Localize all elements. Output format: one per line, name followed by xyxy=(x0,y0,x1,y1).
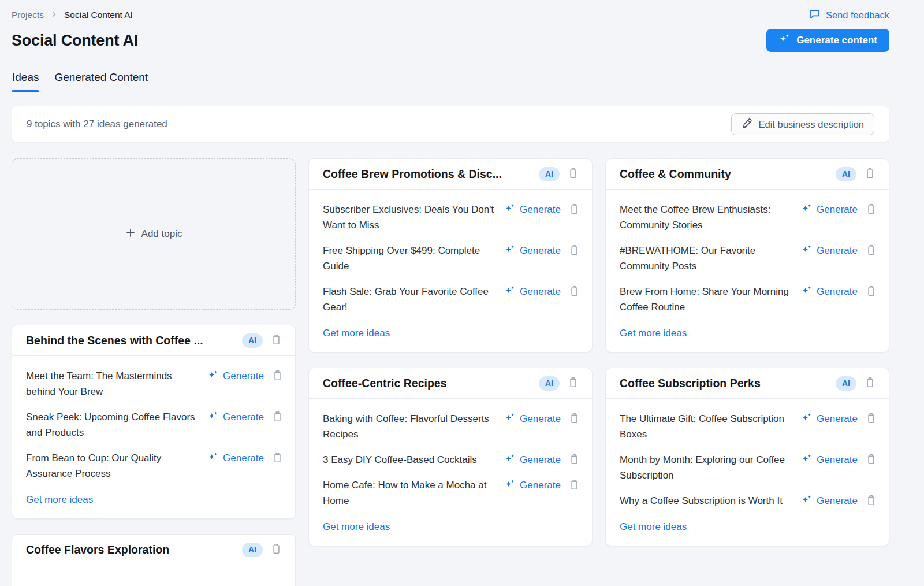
tab-generated-content[interactable]: Generated Content xyxy=(54,71,148,92)
generate-idea-link[interactable]: Generate xyxy=(801,244,858,258)
idea-text: Baking with Coffee: Flavorful Desserts R… xyxy=(323,411,504,442)
delete-idea-button[interactable] xyxy=(865,202,877,217)
generate-label: Generate xyxy=(520,480,561,491)
trash-icon xyxy=(569,454,579,466)
delete-idea-button[interactable] xyxy=(865,411,877,426)
topic-title: Coffee Brew Promotions & Disc... xyxy=(323,168,531,181)
generate-idea-link[interactable]: Generate xyxy=(504,453,561,468)
delete-idea-button[interactable] xyxy=(865,284,877,299)
delete-idea-button[interactable] xyxy=(865,243,877,258)
delete-idea-button[interactable] xyxy=(271,369,284,384)
generate-idea-link[interactable]: Generate xyxy=(504,244,561,258)
trash-icon xyxy=(569,413,579,425)
get-more-ideas-link[interactable]: Get more ideas xyxy=(323,328,390,339)
idea-text: Month by Month: Exploring our Coffee Sub… xyxy=(620,452,801,483)
delete-topic-button[interactable] xyxy=(270,333,282,348)
idea-row: Brew From Home: Share Your Morning Coffe… xyxy=(620,284,877,315)
sparkles-icon xyxy=(504,479,516,493)
topic-card-coffee-flavors-exploration: Coffee Flavors Exploration AI xyxy=(12,534,296,586)
delete-topic-button[interactable] xyxy=(864,166,876,181)
send-feedback-link[interactable]: Send feedback xyxy=(809,8,889,22)
sparkles-icon xyxy=(207,369,219,384)
generate-content-label: Generate content xyxy=(796,35,877,46)
topic-card-coffee-subscription-perks: Coffee Subscription Perks AI The Ultimat… xyxy=(605,368,889,546)
topics-column-1: Add topic Behind the Scenes with Coffee … xyxy=(12,158,296,586)
generate-label: Generate xyxy=(817,245,858,257)
idea-row: 3 Easy DIY Coffee-Based Cocktails Genera… xyxy=(323,452,580,468)
delete-topic-button[interactable] xyxy=(567,376,579,391)
ai-badge: AI xyxy=(539,167,560,181)
page-title: Social Content AI xyxy=(12,32,138,50)
delete-idea-button[interactable] xyxy=(865,494,877,509)
trash-icon xyxy=(273,452,282,465)
add-topic-button[interactable]: Add topic xyxy=(12,158,296,310)
topics-column-3: Coffee & Community AI Meet the Coffee Br… xyxy=(605,158,889,546)
delete-idea-button[interactable] xyxy=(271,410,284,425)
generate-idea-link[interactable]: Generate xyxy=(207,369,264,384)
delete-idea-button[interactable] xyxy=(568,202,580,217)
delete-topic-button[interactable] xyxy=(270,542,282,557)
delete-idea-button[interactable] xyxy=(568,411,580,426)
generate-label: Generate xyxy=(520,204,561,216)
generate-idea-link[interactable]: Generate xyxy=(207,410,264,425)
generate-idea-link[interactable]: Generate xyxy=(504,203,561,217)
trash-icon xyxy=(866,203,876,216)
topics-grid: Add topic Behind the Scenes with Coffee … xyxy=(12,158,889,586)
trash-icon xyxy=(273,370,282,383)
get-more-ideas-link[interactable]: Get more ideas xyxy=(26,494,93,506)
title-row: Social Content AI Generate content xyxy=(0,22,924,52)
delete-idea-button[interactable] xyxy=(568,243,580,258)
delete-idea-button[interactable] xyxy=(865,453,877,468)
edit-business-description-button[interactable]: Edit business description xyxy=(731,113,874,135)
idea-text: The Ultimate Gift: Coffee Subscription B… xyxy=(620,411,801,442)
breadcrumb-projects-link[interactable]: Projects xyxy=(12,10,44,20)
tab-ideas[interactable]: Ideas xyxy=(12,71,39,92)
delete-topic-button[interactable] xyxy=(864,376,876,391)
delete-idea-button[interactable] xyxy=(271,451,284,466)
idea-text: #BREWATHOME: Our Favorite Community Post… xyxy=(620,243,801,274)
generate-idea-link[interactable]: Generate xyxy=(504,285,561,299)
sparkles-icon xyxy=(504,203,516,217)
get-more-ideas-link[interactable]: Get more ideas xyxy=(620,328,687,339)
idea-text: From Bean to Cup: Our Quality Assurance … xyxy=(26,450,207,481)
generate-idea-link[interactable]: Generate xyxy=(801,494,858,509)
delete-idea-button[interactable] xyxy=(568,478,580,493)
idea-text: Free Shipping Over $499: Complete Guide xyxy=(323,243,504,274)
idea-row: Free Shipping Over $499: Complete Guide … xyxy=(323,243,580,274)
add-topic-label: Add topic xyxy=(141,228,182,240)
generate-label: Generate xyxy=(817,454,858,466)
delete-idea-button[interactable] xyxy=(568,284,580,299)
idea-row: Home Cafe: How to Make a Mocha at Home G… xyxy=(323,477,580,509)
generate-idea-link[interactable]: Generate xyxy=(504,479,561,493)
generate-content-button[interactable]: Generate content xyxy=(766,29,889,52)
idea-text: Sneak Peek: Upcoming Coffee Flavors and … xyxy=(26,409,207,440)
trash-icon xyxy=(569,244,579,257)
content-area: 9 topics with 27 ideas generated Edit bu… xyxy=(0,92,924,586)
generate-label: Generate xyxy=(817,413,858,425)
edit-business-description-label: Edit business description xyxy=(758,119,864,130)
summary-text: 9 topics with 27 ideas generated xyxy=(27,118,167,130)
generate-idea-link[interactable]: Generate xyxy=(801,453,858,468)
idea-row: Subscriber Exclusives: Deals You Don't W… xyxy=(323,202,580,233)
generate-label: Generate xyxy=(223,411,264,423)
generate-idea-link[interactable]: Generate xyxy=(801,412,858,426)
plus-icon xyxy=(125,228,136,241)
generate-label: Generate xyxy=(223,370,264,382)
get-more-ideas-link[interactable]: Get more ideas xyxy=(620,521,687,533)
generate-idea-link[interactable]: Generate xyxy=(801,203,858,217)
generate-idea-link[interactable]: Generate xyxy=(801,285,858,299)
idea-text: 3 Easy DIY Coffee-Based Cocktails xyxy=(323,452,504,468)
get-more-ideas-link[interactable]: Get more ideas xyxy=(323,521,390,533)
generate-idea-link[interactable]: Generate xyxy=(207,451,264,466)
topic-title: Coffee Subscription Perks xyxy=(620,377,828,390)
delete-topic-button[interactable] xyxy=(567,166,579,181)
trash-icon xyxy=(866,285,876,298)
sparkles-icon xyxy=(504,453,516,468)
trash-icon xyxy=(569,479,579,492)
delete-idea-button[interactable] xyxy=(568,453,580,468)
sparkles-icon xyxy=(801,285,813,299)
sparkles-icon xyxy=(504,285,516,299)
idea-row: The Ultimate Gift: Coffee Subscription B… xyxy=(620,411,877,442)
generate-idea-link[interactable]: Generate xyxy=(504,412,561,426)
send-feedback-label: Send feedback xyxy=(826,10,889,21)
